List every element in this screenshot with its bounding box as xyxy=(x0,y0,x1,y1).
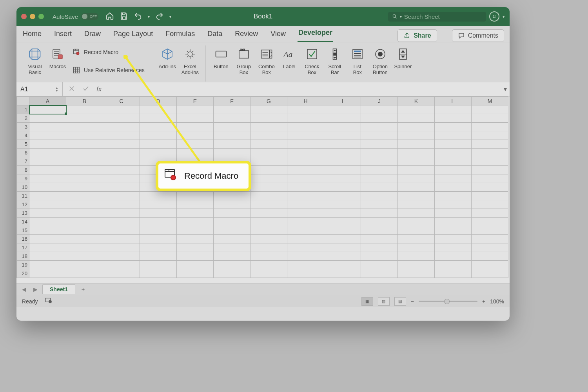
cell-A5[interactable] xyxy=(29,140,66,149)
cell-B18[interactable] xyxy=(66,252,103,261)
cell-C17[interactable] xyxy=(103,243,140,252)
cell-A3[interactable] xyxy=(29,123,66,131)
cell-A15[interactable] xyxy=(29,226,66,235)
cell-H12[interactable] xyxy=(287,200,324,209)
cell-D20[interactable] xyxy=(140,269,177,278)
home-icon[interactable] xyxy=(105,12,114,22)
cell-I2[interactable] xyxy=(324,114,361,123)
cell-H9[interactable] xyxy=(287,174,324,183)
cell-K15[interactable] xyxy=(398,226,435,235)
cell-H5[interactable] xyxy=(287,140,324,149)
cell-D12[interactable] xyxy=(140,200,177,209)
cell-H18[interactable] xyxy=(287,252,324,261)
cell-C4[interactable] xyxy=(103,131,140,140)
cell-A11[interactable] xyxy=(29,192,66,200)
cell-M11[interactable] xyxy=(472,192,508,200)
cell-G5[interactable] xyxy=(250,140,287,149)
cell-M15[interactable] xyxy=(472,226,508,235)
cell-M6[interactable] xyxy=(472,149,508,157)
save-icon[interactable] xyxy=(120,12,128,22)
cell-K17[interactable] xyxy=(398,243,435,252)
cell-D19[interactable] xyxy=(140,261,177,269)
cell-K11[interactable] xyxy=(398,192,435,200)
cell-K7[interactable] xyxy=(398,157,435,166)
cell-I17[interactable] xyxy=(324,243,361,252)
undo-icon[interactable] xyxy=(134,12,142,22)
cell-L11[interactable] xyxy=(435,192,472,200)
confirm-formula-icon[interactable] xyxy=(82,85,89,94)
cell-A18[interactable] xyxy=(29,252,66,261)
cell-M19[interactable] xyxy=(472,261,508,269)
cell-F13[interactable] xyxy=(214,209,250,218)
view-page-break-button[interactable]: ▤ xyxy=(394,297,406,306)
row-header-14[interactable]: 14 xyxy=(17,218,29,226)
cell-I19[interactable] xyxy=(324,261,361,269)
macros-button[interactable]: Macros xyxy=(46,45,69,82)
cell-A13[interactable] xyxy=(29,209,66,218)
tab-page-layout[interactable]: Page Layout xyxy=(113,26,154,42)
tab-insert[interactable]: Insert xyxy=(53,26,73,42)
tab-view[interactable]: View xyxy=(270,26,287,42)
form-button-button[interactable]: Button xyxy=(210,45,232,82)
cell-M1[interactable] xyxy=(472,105,508,114)
cell-G14[interactable] xyxy=(250,218,287,226)
cell-L15[interactable] xyxy=(435,226,472,235)
cell-K2[interactable] xyxy=(398,114,435,123)
cell-C20[interactable] xyxy=(103,269,140,278)
minimize-window-button[interactable] xyxy=(30,14,35,19)
cell-E3[interactable] xyxy=(177,123,214,131)
cell-A16[interactable] xyxy=(29,235,66,243)
cell-E15[interactable] xyxy=(177,226,214,235)
cell-B20[interactable] xyxy=(66,269,103,278)
cell-H17[interactable] xyxy=(287,243,324,252)
cell-K18[interactable] xyxy=(398,252,435,261)
cell-D13[interactable] xyxy=(140,209,177,218)
column-header-F[interactable]: F xyxy=(214,97,250,105)
cell-I3[interactable] xyxy=(324,123,361,131)
cell-H1[interactable] xyxy=(287,105,324,114)
cell-F6[interactable] xyxy=(214,149,250,157)
row-header-8[interactable]: 8 xyxy=(17,166,29,174)
cell-M20[interactable] xyxy=(472,269,508,278)
cell-K1[interactable] xyxy=(398,105,435,114)
cell-G18[interactable] xyxy=(250,252,287,261)
cell-B5[interactable] xyxy=(66,140,103,149)
cell-D15[interactable] xyxy=(140,226,177,235)
cell-J10[interactable] xyxy=(361,183,398,192)
search-sheet[interactable]: ▾ xyxy=(388,12,486,22)
cell-I16[interactable] xyxy=(324,235,361,243)
cell-C9[interactable] xyxy=(103,174,140,183)
cell-G9[interactable] xyxy=(250,174,287,183)
cell-D17[interactable] xyxy=(140,243,177,252)
cell-B13[interactable] xyxy=(66,209,103,218)
cell-H6[interactable] xyxy=(287,149,324,157)
cell-L9[interactable] xyxy=(435,174,472,183)
row-header-5[interactable]: 5 xyxy=(17,140,29,149)
option-button-button[interactable]: Option Button xyxy=(369,45,392,82)
row-header-20[interactable]: 20 xyxy=(17,269,29,278)
cell-B8[interactable] xyxy=(66,166,103,174)
cell-B12[interactable] xyxy=(66,200,103,209)
feedback-smile-icon[interactable] xyxy=(489,11,499,22)
cell-M17[interactable] xyxy=(472,243,508,252)
cell-L6[interactable] xyxy=(435,149,472,157)
cell-B1[interactable] xyxy=(66,105,103,114)
cell-I18[interactable] xyxy=(324,252,361,261)
cell-L4[interactable] xyxy=(435,131,472,140)
cell-A10[interactable] xyxy=(29,183,66,192)
cell-A7[interactable] xyxy=(29,157,66,166)
row-header-2[interactable]: 2 xyxy=(17,114,29,123)
column-header-H[interactable]: H xyxy=(287,97,324,105)
cell-E14[interactable] xyxy=(177,218,214,226)
cell-K12[interactable] xyxy=(398,200,435,209)
row-header-6[interactable]: 6 xyxy=(17,149,29,157)
row-header-16[interactable]: 16 xyxy=(17,235,29,243)
cell-J20[interactable] xyxy=(361,269,398,278)
cell-J14[interactable] xyxy=(361,218,398,226)
cell-C14[interactable] xyxy=(103,218,140,226)
tab-draw[interactable]: Draw xyxy=(83,26,102,42)
cell-E2[interactable] xyxy=(177,114,214,123)
row-header-12[interactable]: 12 xyxy=(17,200,29,209)
cell-J2[interactable] xyxy=(361,114,398,123)
cell-M18[interactable] xyxy=(472,252,508,261)
